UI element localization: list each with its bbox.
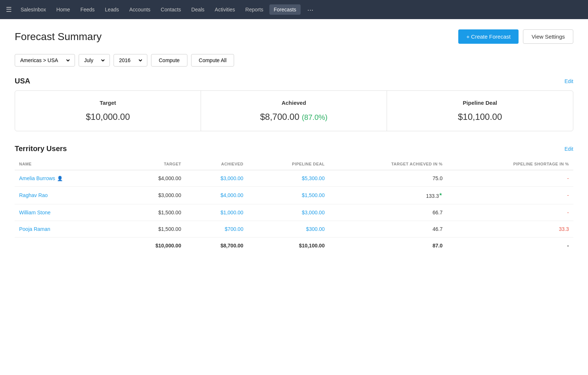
total-target-pct: 87.0 [329,237,447,254]
nav-activities[interactable]: Activities [210,4,239,15]
pipeline-card: Pipeline Deal $10,100.00 [387,91,573,131]
cell-shortage-pct: 33.3 [447,221,573,237]
region-select-wrapper[interactable]: Americas > USA [15,54,75,67]
target-card-value: $10,000.00 [22,112,193,122]
page-title: Forecast Summary [15,31,102,43]
region-select[interactable]: Americas > USA [19,57,71,64]
shortage-pct-value: - [567,175,569,181]
header-actions: + Create Forecast View Settings [458,29,573,44]
cell-shortage-pct: - [447,187,573,204]
user-link[interactable]: Raghav Rao [19,192,48,198]
achieved-card-label: Achieved [208,100,379,106]
nav-accounts[interactable]: Accounts [125,4,155,15]
cell-pipeline: $3,000.00 [248,204,329,221]
nav-deals[interactable]: Deals [187,4,209,15]
pipeline-card-value: $10,100.00 [394,112,566,122]
territory-section: Territory Users Edit NAME TARGET ACHIEVE… [15,144,573,254]
compute-button[interactable]: Compute [151,54,187,67]
main-content: Forecast Summary + Create Forecast View … [0,19,588,375]
target-card: Target $10,000.00 [15,91,201,131]
nav-leads[interactable]: Leads [101,4,123,15]
forecast-table: NAME TARGET ACHIEVED PIPELINE DEAL TARGE… [15,158,573,254]
achieved-pct: (87.0%) [302,113,327,121]
col-target-pct: TARGET ACHIEVED IN % [329,158,447,170]
cell-name: William Stone [15,204,118,221]
total-shortage-pct: - [447,237,573,254]
table-row: Raghav Rao $3,000.00 $4,000.00 $1,500.00… [15,187,573,204]
user-link[interactable]: Pooja Raman [19,226,50,232]
year-select-wrapper[interactable]: 2016 [114,54,147,67]
cell-target: $3,000.00 [118,187,185,204]
nav-reports[interactable]: Reports [241,4,268,15]
territory-title: Territory Users [15,144,67,153]
navbar: ☰ SalesInbox Home Feeds Leads Accounts C… [0,0,588,19]
target-card-label: Target [22,100,193,106]
table-header-row: NAME TARGET ACHIEVED PIPELINE DEAL TARGE… [15,158,573,170]
star-icon: ★ [439,192,442,196]
cell-shortage-pct: - [447,170,573,187]
achieved-card-value: $8,700.00 (87.0%) [208,112,379,122]
hamburger-icon[interactable]: ☰ [6,6,12,14]
usa-section-header: USA Edit [15,77,573,85]
nav-salesinbox[interactable]: SalesInbox [16,4,50,15]
territory-header: Territory Users Edit [15,144,573,153]
shortage-pct-value: - [567,192,569,198]
cell-name: Amelia Burrows👤 [15,170,118,187]
col-pipeline: PIPELINE DEAL [248,158,329,170]
total-row: $10,000.00 $8,700.00 $10,100.00 87.0 - [15,237,573,254]
page-header: Forecast Summary + Create Forecast View … [15,29,573,44]
year-select[interactable]: 2016 [118,57,143,64]
cell-target: $1,500.00 [118,221,185,237]
month-select[interactable]: July [83,57,106,64]
month-select-wrapper[interactable]: July [79,54,110,67]
cell-name: Raghav Rao [15,187,118,204]
user-icon: 👤 [57,176,63,181]
cell-achieved: $3,000.00 [186,170,248,187]
user-link[interactable]: Amelia Burrows [19,175,55,181]
cell-target: $4,000.00 [118,170,185,187]
view-settings-button[interactable]: View Settings [523,29,573,44]
cell-target-pct: 66.7 [329,204,447,221]
total-target: $10,000.00 [118,237,185,254]
col-name: NAME [15,158,118,170]
territory-edit-link[interactable]: Edit [564,146,573,152]
cell-shortage-pct: - [447,204,573,221]
user-link[interactable]: William Stone [19,210,51,215]
col-target: TARGET [118,158,185,170]
achieved-card: Achieved $8,700.00 (87.0%) [201,91,387,131]
cell-achieved: $1,000.00 [186,204,248,221]
filters-row: Americas > USA July 2016 Compute Compute… [15,54,573,67]
table-row: Amelia Burrows👤 $4,000.00 $3,000.00 $5,3… [15,170,573,187]
cell-achieved: $4,000.00 [186,187,248,204]
cell-target-pct: 46.7 [329,221,447,237]
cell-name: Pooja Raman [15,221,118,237]
cell-pipeline: $1,500.00 [248,187,329,204]
nav-more-icon[interactable]: ··· [304,4,317,15]
shortage-pct-value: 33.3 [559,226,569,232]
nav-feeds[interactable]: Feeds [76,4,99,15]
nav-contacts[interactable]: Contacts [156,4,185,15]
cell-target-pct: 75.0 [329,170,447,187]
cell-pipeline: $300.00 [248,221,329,237]
total-pipeline: $10,100.00 [248,237,329,254]
cell-target: $1,500.00 [118,204,185,221]
table-row: Pooja Raman $1,500.00 $700.00 $300.00 46… [15,221,573,237]
cell-pipeline: $5,300.00 [248,170,329,187]
usa-section-title: USA [15,77,30,85]
pipeline-card-label: Pipeline Deal [394,100,566,106]
create-forecast-button[interactable]: + Create Forecast [458,29,519,44]
cell-target-pct: 133.3★ [329,187,447,204]
table-row: William Stone $1,500.00 $1,000.00 $3,000… [15,204,573,221]
shortage-pct-value: - [567,210,569,215]
total-label [15,237,118,254]
nav-home[interactable]: Home [52,4,74,15]
nav-forecasts[interactable]: Forecasts [269,4,301,15]
col-achieved: ACHIEVED [186,158,248,170]
usa-edit-link[interactable]: Edit [564,78,573,84]
col-shortage-pct: PIPELINE SHORTAGE IN % [447,158,573,170]
summary-cards: Target $10,000.00 Achieved $8,700.00 (87… [15,90,573,131]
total-achieved: $8,700.00 [186,237,248,254]
compute-all-button[interactable]: Compute All [191,54,234,67]
cell-achieved: $700.00 [186,221,248,237]
